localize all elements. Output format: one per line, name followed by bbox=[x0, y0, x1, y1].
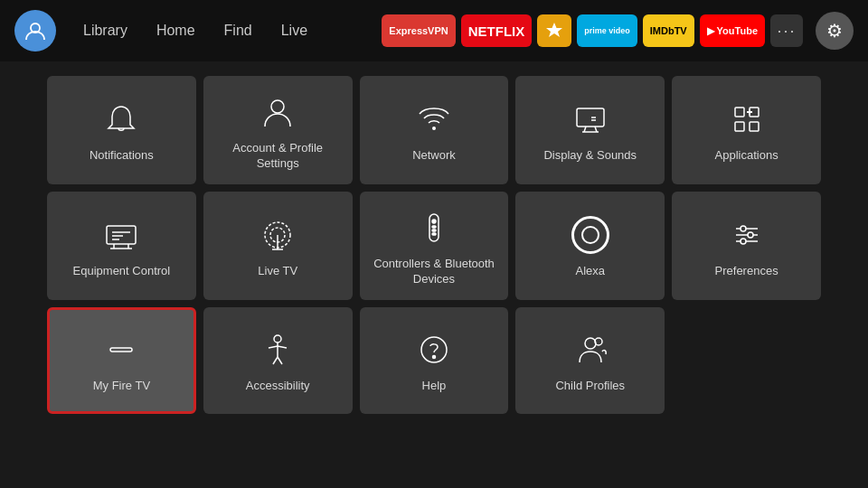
childprofiles-label: Child Profiles bbox=[555, 379, 625, 394]
tile-applications[interactable]: Applications bbox=[672, 76, 821, 184]
svg-rect-7 bbox=[107, 226, 136, 244]
app-youtube[interactable]: ▶ YouTube bbox=[700, 14, 765, 47]
svg-rect-23 bbox=[110, 348, 132, 352]
svg-rect-14 bbox=[432, 226, 436, 228]
svg-point-22 bbox=[741, 239, 746, 244]
tile-notifications[interactable]: Notifications bbox=[47, 76, 196, 184]
network-label: Network bbox=[412, 148, 456, 164]
tile-display[interactable]: Display & Sounds bbox=[515, 76, 665, 184]
svg-point-1 bbox=[271, 100, 284, 113]
account-label: Account & Profile Settings bbox=[211, 141, 345, 172]
bell-icon bbox=[101, 99, 141, 139]
remote-icon bbox=[414, 208, 454, 248]
livetv-label: Live TV bbox=[258, 264, 297, 279]
accessibility-label: Accessibility bbox=[246, 379, 310, 394]
svg-rect-2 bbox=[577, 108, 604, 127]
app-plex[interactable] bbox=[537, 14, 571, 47]
display-label: Display & Sounds bbox=[543, 148, 637, 164]
settings-button[interactable]: ⚙ bbox=[816, 12, 854, 50]
antenna-icon bbox=[258, 215, 297, 255]
svg-point-21 bbox=[748, 232, 753, 238]
tv-icon bbox=[101, 215, 141, 255]
tile-livetv[interactable]: Live TV bbox=[203, 192, 353, 300]
nav-find[interactable]: Find bbox=[212, 17, 265, 44]
apps-icon bbox=[727, 99, 767, 139]
notifications-label: Notifications bbox=[90, 148, 154, 164]
nav-library[interactable]: Library bbox=[71, 17, 140, 44]
svg-rect-3 bbox=[735, 108, 744, 117]
app-expressvpn[interactable]: ExpressVPN bbox=[382, 14, 455, 47]
sliders-icon bbox=[727, 215, 767, 255]
tile-controllers[interactable]: Controllers & Bluetooth Devices bbox=[360, 192, 509, 300]
svg-point-20 bbox=[741, 226, 746, 231]
alexa-icon bbox=[571, 215, 610, 255]
tile-myfiretv[interactable]: My Fire TV bbox=[47, 307, 196, 414]
display-icon bbox=[571, 99, 610, 139]
person-icon bbox=[258, 92, 297, 132]
navbar: Library Home Find Live ExpressVPN NETFLI… bbox=[0, 0, 868, 61]
nav-apps: ExpressVPN NETFLIX prime video IMDbTV ▶ … bbox=[382, 14, 803, 47]
applications-label: Applications bbox=[715, 148, 778, 164]
svg-point-24 bbox=[274, 335, 281, 343]
tile-preferences[interactable]: Preferences bbox=[672, 192, 821, 300]
tile-network[interactable]: Network bbox=[360, 76, 509, 184]
svg-point-13 bbox=[432, 220, 436, 223]
tile-account[interactable]: Account & Profile Settings bbox=[203, 76, 353, 184]
preferences-label: Preferences bbox=[715, 264, 778, 279]
equipment-label: Equipment Control bbox=[73, 264, 171, 279]
svg-rect-15 bbox=[432, 230, 436, 231]
svg-rect-16 bbox=[432, 233, 436, 235]
tile-alexa[interactable]: Alexa bbox=[515, 192, 665, 300]
childprofiles-icon bbox=[571, 330, 610, 370]
alexa-label: Alexa bbox=[576, 264, 606, 279]
svg-point-27 bbox=[432, 356, 435, 359]
svg-rect-5 bbox=[750, 122, 759, 131]
app-imdb[interactable]: IMDbTV bbox=[643, 14, 694, 47]
tile-accessibility[interactable]: Accessibility bbox=[203, 307, 353, 414]
avatar[interactable] bbox=[14, 10, 56, 52]
svg-rect-6 bbox=[735, 122, 744, 131]
nav-links: Library Home Find Live bbox=[71, 17, 320, 44]
svg-point-28 bbox=[585, 338, 596, 349]
nav-home[interactable]: Home bbox=[144, 17, 208, 44]
accessibility-icon bbox=[258, 330, 297, 370]
help-icon bbox=[414, 330, 454, 370]
settings-grid: Notifications Account & Profile Settings… bbox=[47, 76, 821, 414]
app-prime[interactable]: prime video bbox=[577, 14, 637, 47]
firetv-icon bbox=[101, 330, 141, 370]
app-netflix[interactable]: NETFLIX bbox=[461, 14, 533, 47]
wifi-icon bbox=[414, 99, 454, 139]
help-label: Help bbox=[422, 379, 447, 394]
tile-equipment[interactable]: Equipment Control bbox=[47, 192, 196, 300]
nav-live[interactable]: Live bbox=[269, 17, 320, 44]
myfiretv-label: My Fire TV bbox=[93, 379, 150, 394]
tile-help[interactable]: Help bbox=[360, 307, 509, 414]
more-apps-button[interactable]: ··· bbox=[770, 14, 803, 47]
tile-childprofiles[interactable]: Child Profiles bbox=[515, 307, 665, 414]
settings-area: Notifications Account & Profile Settings… bbox=[0, 61, 868, 428]
controllers-label: Controllers & Bluetooth Devices bbox=[367, 257, 502, 287]
